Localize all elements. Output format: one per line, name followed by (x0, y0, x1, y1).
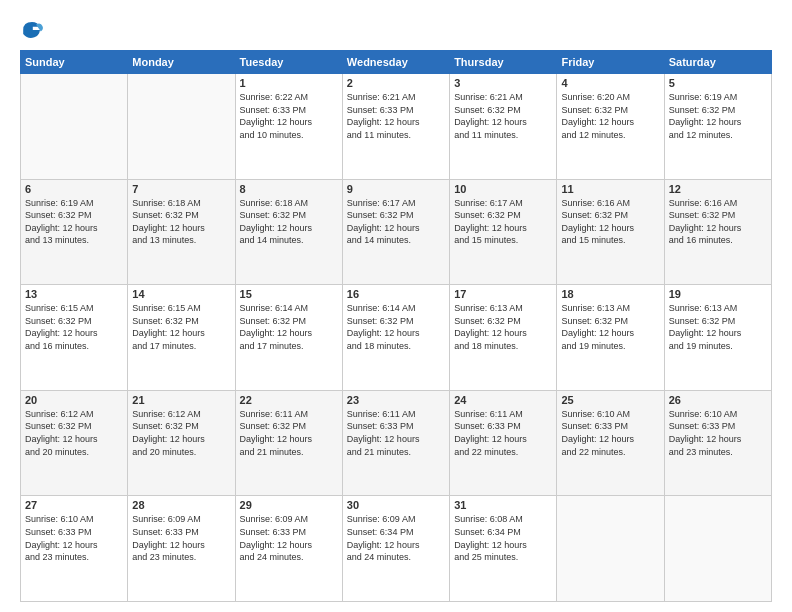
day-info: Sunrise: 6:13 AM Sunset: 6:32 PM Dayligh… (454, 302, 552, 352)
weekday-header-friday: Friday (557, 51, 664, 74)
calendar-cell: 4Sunrise: 6:20 AM Sunset: 6:32 PM Daylig… (557, 74, 664, 180)
calendar-cell: 19Sunrise: 6:13 AM Sunset: 6:32 PM Dayli… (664, 285, 771, 391)
weekday-header-tuesday: Tuesday (235, 51, 342, 74)
day-info: Sunrise: 6:21 AM Sunset: 6:33 PM Dayligh… (347, 91, 445, 141)
day-number: 26 (669, 394, 767, 406)
day-info: Sunrise: 6:18 AM Sunset: 6:32 PM Dayligh… (132, 197, 230, 247)
calendar-cell: 5Sunrise: 6:19 AM Sunset: 6:32 PM Daylig… (664, 74, 771, 180)
day-info: Sunrise: 6:10 AM Sunset: 6:33 PM Dayligh… (669, 408, 767, 458)
calendar-cell: 15Sunrise: 6:14 AM Sunset: 6:32 PM Dayli… (235, 285, 342, 391)
day-number: 24 (454, 394, 552, 406)
day-number: 8 (240, 183, 338, 195)
day-number: 19 (669, 288, 767, 300)
weekday-header-thursday: Thursday (450, 51, 557, 74)
calendar-cell: 16Sunrise: 6:14 AM Sunset: 6:32 PM Dayli… (342, 285, 449, 391)
day-number: 27 (25, 499, 123, 511)
calendar-cell: 9Sunrise: 6:17 AM Sunset: 6:32 PM Daylig… (342, 179, 449, 285)
day-number: 16 (347, 288, 445, 300)
calendar-cell: 14Sunrise: 6:15 AM Sunset: 6:32 PM Dayli… (128, 285, 235, 391)
day-info: Sunrise: 6:11 AM Sunset: 6:33 PM Dayligh… (454, 408, 552, 458)
calendar-table: SundayMondayTuesdayWednesdayThursdayFrid… (20, 50, 772, 602)
day-info: Sunrise: 6:14 AM Sunset: 6:32 PM Dayligh… (240, 302, 338, 352)
calendar-cell: 3Sunrise: 6:21 AM Sunset: 6:32 PM Daylig… (450, 74, 557, 180)
calendar-cell: 11Sunrise: 6:16 AM Sunset: 6:32 PM Dayli… (557, 179, 664, 285)
calendar-cell: 17Sunrise: 6:13 AM Sunset: 6:32 PM Dayli… (450, 285, 557, 391)
day-number: 10 (454, 183, 552, 195)
day-info: Sunrise: 6:14 AM Sunset: 6:32 PM Dayligh… (347, 302, 445, 352)
day-number: 1 (240, 77, 338, 89)
day-info: Sunrise: 6:21 AM Sunset: 6:32 PM Dayligh… (454, 91, 552, 141)
day-info: Sunrise: 6:09 AM Sunset: 6:33 PM Dayligh… (240, 513, 338, 563)
calendar-cell (21, 74, 128, 180)
day-info: Sunrise: 6:18 AM Sunset: 6:32 PM Dayligh… (240, 197, 338, 247)
calendar-cell: 6Sunrise: 6:19 AM Sunset: 6:32 PM Daylig… (21, 179, 128, 285)
day-number: 22 (240, 394, 338, 406)
day-number: 11 (561, 183, 659, 195)
calendar-cell: 25Sunrise: 6:10 AM Sunset: 6:33 PM Dayli… (557, 390, 664, 496)
day-info: Sunrise: 6:16 AM Sunset: 6:32 PM Dayligh… (669, 197, 767, 247)
day-number: 5 (669, 77, 767, 89)
day-info: Sunrise: 6:22 AM Sunset: 6:33 PM Dayligh… (240, 91, 338, 141)
day-number: 20 (25, 394, 123, 406)
calendar-cell: 28Sunrise: 6:09 AM Sunset: 6:33 PM Dayli… (128, 496, 235, 602)
weekday-header-wednesday: Wednesday (342, 51, 449, 74)
day-number: 23 (347, 394, 445, 406)
calendar-cell: 2Sunrise: 6:21 AM Sunset: 6:33 PM Daylig… (342, 74, 449, 180)
day-number: 2 (347, 77, 445, 89)
day-number: 7 (132, 183, 230, 195)
day-number: 29 (240, 499, 338, 511)
calendar-cell: 7Sunrise: 6:18 AM Sunset: 6:32 PM Daylig… (128, 179, 235, 285)
header (20, 18, 772, 42)
day-number: 15 (240, 288, 338, 300)
day-number: 31 (454, 499, 552, 511)
day-info: Sunrise: 6:09 AM Sunset: 6:34 PM Dayligh… (347, 513, 445, 563)
weekday-header-saturday: Saturday (664, 51, 771, 74)
day-info: Sunrise: 6:08 AM Sunset: 6:34 PM Dayligh… (454, 513, 552, 563)
calendar-cell: 29Sunrise: 6:09 AM Sunset: 6:33 PM Dayli… (235, 496, 342, 602)
week-row-3: 20Sunrise: 6:12 AM Sunset: 6:32 PM Dayli… (21, 390, 772, 496)
day-info: Sunrise: 6:17 AM Sunset: 6:32 PM Dayligh… (347, 197, 445, 247)
day-info: Sunrise: 6:15 AM Sunset: 6:32 PM Dayligh… (132, 302, 230, 352)
day-number: 30 (347, 499, 445, 511)
calendar-cell: 23Sunrise: 6:11 AM Sunset: 6:33 PM Dayli… (342, 390, 449, 496)
calendar-cell (664, 496, 771, 602)
calendar-cell (128, 74, 235, 180)
calendar-cell: 22Sunrise: 6:11 AM Sunset: 6:32 PM Dayli… (235, 390, 342, 496)
calendar-cell: 31Sunrise: 6:08 AM Sunset: 6:34 PM Dayli… (450, 496, 557, 602)
day-info: Sunrise: 6:12 AM Sunset: 6:32 PM Dayligh… (25, 408, 123, 458)
day-info: Sunrise: 6:11 AM Sunset: 6:33 PM Dayligh… (347, 408, 445, 458)
week-row-4: 27Sunrise: 6:10 AM Sunset: 6:33 PM Dayli… (21, 496, 772, 602)
calendar-cell: 12Sunrise: 6:16 AM Sunset: 6:32 PM Dayli… (664, 179, 771, 285)
day-number: 3 (454, 77, 552, 89)
logo (20, 18, 46, 42)
day-number: 25 (561, 394, 659, 406)
calendar-cell: 27Sunrise: 6:10 AM Sunset: 6:33 PM Dayli… (21, 496, 128, 602)
calendar-cell: 13Sunrise: 6:15 AM Sunset: 6:32 PM Dayli… (21, 285, 128, 391)
calendar-cell: 30Sunrise: 6:09 AM Sunset: 6:34 PM Dayli… (342, 496, 449, 602)
day-info: Sunrise: 6:19 AM Sunset: 6:32 PM Dayligh… (669, 91, 767, 141)
calendar-cell: 20Sunrise: 6:12 AM Sunset: 6:32 PM Dayli… (21, 390, 128, 496)
logo-icon (20, 18, 44, 42)
day-number: 14 (132, 288, 230, 300)
day-info: Sunrise: 6:19 AM Sunset: 6:32 PM Dayligh… (25, 197, 123, 247)
day-info: Sunrise: 6:11 AM Sunset: 6:32 PM Dayligh… (240, 408, 338, 458)
day-info: Sunrise: 6:17 AM Sunset: 6:32 PM Dayligh… (454, 197, 552, 247)
day-info: Sunrise: 6:16 AM Sunset: 6:32 PM Dayligh… (561, 197, 659, 247)
day-info: Sunrise: 6:13 AM Sunset: 6:32 PM Dayligh… (561, 302, 659, 352)
day-number: 28 (132, 499, 230, 511)
day-info: Sunrise: 6:10 AM Sunset: 6:33 PM Dayligh… (561, 408, 659, 458)
day-info: Sunrise: 6:10 AM Sunset: 6:33 PM Dayligh… (25, 513, 123, 563)
day-number: 13 (25, 288, 123, 300)
day-info: Sunrise: 6:12 AM Sunset: 6:32 PM Dayligh… (132, 408, 230, 458)
day-number: 21 (132, 394, 230, 406)
week-row-0: 1Sunrise: 6:22 AM Sunset: 6:33 PM Daylig… (21, 74, 772, 180)
day-info: Sunrise: 6:13 AM Sunset: 6:32 PM Dayligh… (669, 302, 767, 352)
weekday-header-row: SundayMondayTuesdayWednesdayThursdayFrid… (21, 51, 772, 74)
page: SundayMondayTuesdayWednesdayThursdayFrid… (0, 0, 792, 612)
calendar-cell: 24Sunrise: 6:11 AM Sunset: 6:33 PM Dayli… (450, 390, 557, 496)
calendar-cell: 8Sunrise: 6:18 AM Sunset: 6:32 PM Daylig… (235, 179, 342, 285)
weekday-header-monday: Monday (128, 51, 235, 74)
day-number: 4 (561, 77, 659, 89)
day-number: 17 (454, 288, 552, 300)
calendar-cell: 21Sunrise: 6:12 AM Sunset: 6:32 PM Dayli… (128, 390, 235, 496)
